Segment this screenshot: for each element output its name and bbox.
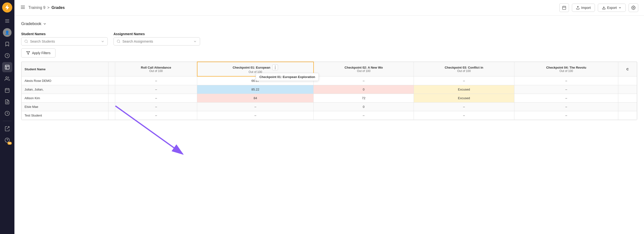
sidebar-item-analytics[interactable] — [2, 51, 12, 61]
svg-rect-4 — [5, 65, 10, 69]
cp03-cell: – — [414, 103, 514, 111]
student-name-cell: Elsie Mae — [22, 103, 108, 111]
export-button[interactable]: Export — [598, 4, 626, 12]
student-name-cell: Alexis Rose DEMO — [22, 76, 108, 85]
breadcrumb-parent[interactable]: Training 9 — [28, 6, 46, 10]
svg-marker-31 — [26, 52, 30, 54]
help-badge: 10 — [8, 142, 12, 145]
cp03-cell: – — [414, 76, 514, 85]
cp03-cell: Excused — [414, 94, 514, 103]
svg-line-30 — [119, 42, 120, 43]
roll-call-cell: – — [115, 76, 197, 85]
cp04-cell: – — [514, 94, 618, 103]
breadcrumb-current: Grades — [52, 6, 65, 10]
cp04-cell: – — [514, 76, 618, 85]
gradebook-header: Gradebook — [21, 22, 637, 26]
grades-table: Student Name Roll Call Attendance Out of… — [22, 62, 637, 120]
breadcrumb-separator: > — [47, 6, 50, 10]
assignment-names-label: Assignment Names — [114, 32, 200, 36]
col-header-name: Student Name — [22, 62, 108, 76]
svg-point-29 — [117, 40, 120, 43]
apply-filters-button[interactable]: Apply Filters — [21, 48, 56, 58]
roll-call-cell: – — [115, 94, 197, 103]
sidebar-item-people[interactable] — [2, 74, 12, 84]
sidebar-item-history[interactable] — [2, 108, 12, 118]
filter-icon — [26, 51, 30, 55]
cp01-cell: – — [197, 111, 314, 120]
svg-rect-20 — [562, 6, 566, 10]
gradebook-label: Gradebook — [21, 22, 41, 26]
col-header-cp01: Checkpoint 01: European ⋮ Checkpoint 01:… — [197, 62, 314, 76]
cp01-cell: 84 — [197, 94, 314, 103]
col-header-roll-call: Roll Call Attendance Out of 100 — [115, 62, 197, 76]
apply-filters-label: Apply Filters — [32, 51, 50, 55]
assignment-search-chevron — [193, 40, 197, 43]
roll-call-cell: – — [115, 85, 197, 94]
settings-button[interactable] — [628, 3, 638, 12]
student-name-cell: Julian, Julian, — [22, 85, 108, 94]
sidebar-item-avatar[interactable]: 👤 — [2, 28, 12, 38]
col-header-cb — [108, 62, 115, 76]
cp02-cell: – — [314, 111, 414, 120]
calendar-icon-button[interactable] — [559, 3, 569, 12]
grades-table-outer: Student Name Roll Call Attendance Out of… — [21, 61, 637, 120]
filter-section: Student Names Assignment Names — [21, 32, 637, 58]
svg-rect-8 — [5, 89, 10, 93]
grades-table-wrap: Student Name Roll Call Attendance Out of… — [21, 61, 637, 120]
sidebar-item-menu[interactable] — [2, 16, 12, 26]
sidebar-item-help[interactable]: 10 — [2, 135, 12, 145]
student-name-cell: Allison Kim — [22, 94, 108, 103]
cp03-cell: Excused — [414, 85, 514, 94]
import-label: Import — [581, 6, 591, 10]
table-row: Julian, Julian,–85.220Excused– — [22, 85, 637, 94]
table-row: Allison Kim–8472Excused– — [22, 94, 637, 103]
table-row: Elsie Mae––0–– — [22, 103, 637, 111]
sidebar-item-calendar[interactable] — [2, 85, 12, 95]
sidebar-item-bookmark[interactable] — [2, 39, 12, 49]
cp01-cell: 85.22 — [197, 85, 314, 94]
search-icon-2 — [117, 40, 120, 43]
search-icon — [24, 40, 28, 43]
filter-row: Student Names Assignment Names — [21, 32, 637, 46]
content-area: Gradebook Student Names — [14, 16, 644, 234]
avatar: 👤 — [3, 28, 12, 37]
sidebar-divider — [3, 121, 12, 121]
cp04-cell: – — [514, 111, 618, 120]
sidebar-item-reports[interactable] — [2, 97, 12, 107]
assignment-search-input[interactable] — [122, 40, 191, 43]
cp02-cell: 0 — [314, 85, 414, 94]
table-row: Alexis Rose DEMO–66.67––– — [22, 76, 637, 85]
export-label: Export — [607, 6, 617, 10]
topbar: Training 9 > Grades Import Export — [14, 0, 644, 16]
sidebar-item-forward[interactable] — [2, 123, 12, 134]
import-button[interactable]: Import — [572, 4, 595, 12]
col-cp01-tooltip: Checkpoint 01: European Exploration — [256, 73, 319, 81]
svg-line-28 — [27, 42, 28, 43]
svg-point-7 — [6, 77, 8, 79]
gradebook-title[interactable]: Gradebook — [21, 22, 47, 26]
col-header-cp03: Checkpoint 03: Conflict in Out of 100 — [414, 62, 514, 76]
roll-call-cell: – — [115, 111, 197, 120]
menu-icon[interactable] — [20, 5, 26, 11]
student-name-cell: Test Student — [22, 111, 108, 120]
app-logo[interactable] — [2, 3, 12, 13]
breadcrumb: Training 9 > Grades — [28, 6, 65, 10]
student-search-input[interactable] — [30, 40, 99, 43]
sidebar: 👤 — [0, 0, 14, 234]
assignment-search-wrap[interactable] — [114, 37, 200, 46]
svg-point-26 — [633, 7, 634, 9]
col-header-cp02: Checkpoint 02: A New Wo Out of 100 — [314, 62, 414, 76]
cp01-cell: – — [197, 103, 314, 111]
cp03-cell: – — [414, 111, 514, 120]
student-search-wrap[interactable] — [21, 37, 108, 46]
table-row: Test Student––––– — [22, 111, 637, 120]
cp02-cell: 72 — [314, 94, 414, 103]
roll-call-cell: – — [115, 103, 197, 111]
col-dots-button[interactable]: ⋮ — [272, 65, 278, 70]
topbar-actions: Import Export — [559, 3, 638, 12]
student-search-chevron — [101, 40, 104, 43]
main-content: Training 9 > Grades Import Export — [14, 0, 644, 234]
sidebar-item-grades[interactable] — [2, 62, 12, 72]
col-cp01-dots[interactable]: ⋮ Checkpoint 01: European Exploration — [271, 65, 278, 70]
col-header-cp04: Checkpoint 04: The Revolu Out of 100 — [514, 62, 618, 76]
